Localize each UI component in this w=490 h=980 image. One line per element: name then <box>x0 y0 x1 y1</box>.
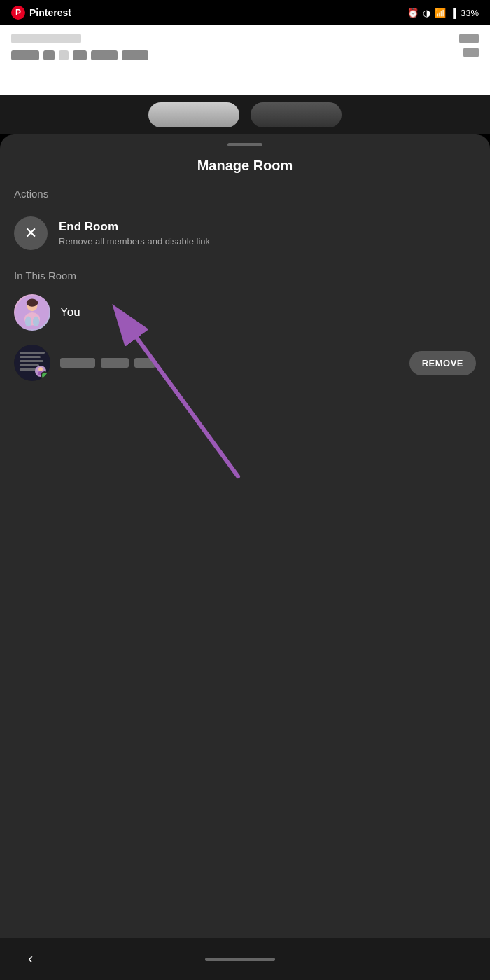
page: P Pinterest ⏰ ◑ 📶 ▐ 33% <box>0 0 490 980</box>
svg-point-4 <box>33 317 39 327</box>
pinterest-logo: P <box>11 6 25 20</box>
actions-label: Actions <box>0 188 490 208</box>
member-name-you: You <box>60 305 476 319</box>
top-card-right <box>459 34 479 57</box>
avatar-you <box>14 294 50 331</box>
x-icon: ✕ <box>24 224 37 242</box>
member-row-other: REMOVE <box>0 338 490 388</box>
svg-point-3 <box>25 317 31 327</box>
sheet-title: Manage Room <box>0 152 490 188</box>
end-room-subtitle: Remove all members and disable link <box>59 236 210 247</box>
blurred-bar-6 <box>122 50 148 60</box>
blurred-bar-2 <box>43 50 55 60</box>
blurred-bar-1 <box>11 50 39 60</box>
svg-point-13 <box>38 367 43 371</box>
svg-rect-7 <box>20 352 45 354</box>
svg-rect-9 <box>20 360 43 362</box>
tab-pill-2[interactable] <box>251 102 342 127</box>
top-card-left <box>11 34 148 60</box>
end-room-text: End Room Remove all members and disable … <box>59 220 210 247</box>
tab-pill-1[interactable] <box>148 102 239 127</box>
blurred-bar-4 <box>73 50 87 60</box>
blurred-bar-title <box>11 34 81 43</box>
blurred-bar-5 <box>91 50 118 60</box>
name-block-2 <box>101 358 129 368</box>
online-dot <box>41 371 49 380</box>
tab-row <box>0 95 490 134</box>
svg-rect-10 <box>20 364 39 366</box>
bottom-nav: ‹ <box>0 938 490 980</box>
battery-level: 33% <box>461 8 479 18</box>
name-block-3 <box>134 358 155 368</box>
blurred-square-2 <box>463 48 479 57</box>
end-room-title: End Room <box>59 220 210 234</box>
bottom-sheet: Manage Room Actions ✕ End Room Remove al… <box>0 134 490 980</box>
status-left: P Pinterest <box>11 6 71 20</box>
home-pill[interactable] <box>205 958 275 961</box>
signal-icon: ▐ <box>450 8 456 18</box>
avatar-other <box>14 345 50 381</box>
member-name-placeholder <box>60 358 400 368</box>
blurred-bar-3 <box>59 50 69 60</box>
member-row-you: You <box>0 287 490 338</box>
name-block-1 <box>60 358 95 368</box>
blurred-row <box>11 50 148 60</box>
app-name: Pinterest <box>29 7 71 18</box>
drag-handle-area[interactable] <box>0 134 490 152</box>
remove-button[interactable]: REMOVE <box>410 351 476 375</box>
svg-point-5 <box>27 299 38 307</box>
end-room-icon-circle: ✕ <box>14 216 48 250</box>
top-card <box>0 25 490 95</box>
clock-icon: ⏰ <box>407 8 419 18</box>
brightness-icon: ◑ <box>423 8 430 18</box>
blurred-square-1 <box>459 34 479 43</box>
status-bar: P Pinterest ⏰ ◑ 📶 ▐ 33% <box>0 0 490 25</box>
end-room-row[interactable]: ✕ End Room Remove all members and disabl… <box>0 208 490 258</box>
svg-rect-8 <box>20 356 41 358</box>
drag-handle-bar <box>227 143 262 146</box>
in-this-room-label: In This Room <box>0 258 490 287</box>
status-right: ⏰ ◑ 📶 ▐ 33% <box>407 8 479 18</box>
wifi-icon: 📶 <box>435 8 446 18</box>
back-button[interactable]: ‹ <box>28 950 33 968</box>
